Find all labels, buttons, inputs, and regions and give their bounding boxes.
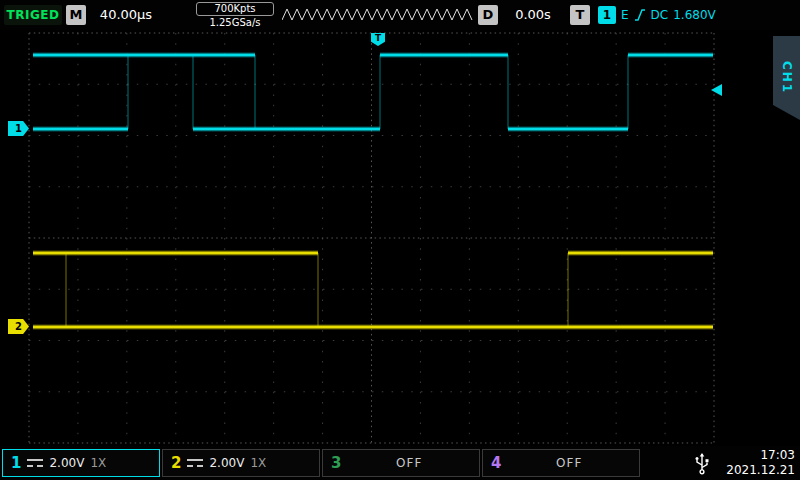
channel-2-box[interactable]: 2 2.00V 1X bbox=[162, 449, 320, 477]
delay-menu-button[interactable]: D bbox=[478, 5, 498, 25]
graticule-and-traces bbox=[0, 0, 800, 480]
trigger-source-badge: 1 bbox=[598, 6, 616, 24]
channel-3-box[interactable]: 3 OFF bbox=[322, 449, 480, 477]
channel-2-number: 2 bbox=[171, 454, 181, 472]
sample-rate: 1.25GSa/s bbox=[196, 16, 274, 30]
date-value: 2021.12.21 bbox=[726, 463, 795, 478]
time-value: 17:03 bbox=[726, 448, 795, 463]
trigger-edge-label: E bbox=[621, 8, 629, 22]
memory-depth: 700Kpts bbox=[196, 2, 274, 16]
channel-4-box[interactable]: 4 OFF bbox=[482, 449, 640, 477]
clock: 17:03 2021.12.21 bbox=[726, 448, 795, 478]
trigger-menu-button[interactable]: T bbox=[570, 5, 590, 25]
oscilloscope-screen: TRIGED M 40.00µs 700Kpts 1.25GSa/s D 0.0… bbox=[0, 0, 800, 480]
usb-icon bbox=[694, 451, 710, 475]
trigger-position-marker[interactable]: T bbox=[371, 33, 385, 46]
timebase-value: 40.00µs bbox=[88, 5, 164, 25]
trigger-settings-chip[interactable]: 1 E DC 1.680V bbox=[598, 5, 716, 25]
ch2-level-marker[interactable]: 2 bbox=[8, 319, 29, 334]
trigger-coupling: DC bbox=[651, 8, 669, 22]
acquisition-info: 700Kpts 1.25GSa/s bbox=[196, 2, 274, 30]
channel-3-number: 3 bbox=[331, 454, 341, 472]
delay-value: 0.00s bbox=[500, 5, 566, 25]
channel-1-probe: 1X bbox=[90, 456, 106, 470]
channel-1-number: 1 bbox=[11, 454, 21, 472]
trigger-status: TRIGED bbox=[4, 5, 62, 25]
dc-coupling-icon bbox=[187, 458, 203, 468]
channel-1-box[interactable]: 1 2.00V 1X bbox=[2, 449, 160, 477]
trigger-level-arrow[interactable] bbox=[711, 84, 722, 96]
dc-coupling-icon bbox=[27, 458, 43, 468]
timebase-menu-button[interactable]: M bbox=[66, 5, 86, 25]
channel-2-scale: 2.00V bbox=[209, 456, 244, 470]
channel-2-probe: 1X bbox=[250, 456, 266, 470]
waveform-preview-icon bbox=[282, 7, 474, 23]
rising-edge-icon bbox=[634, 8, 646, 22]
ch1-menu-tab[interactable]: CH1 bbox=[773, 36, 800, 120]
channel-4-number: 4 bbox=[491, 454, 501, 472]
top-status-bar: TRIGED M 40.00µs 700Kpts 1.25GSa/s D 0.0… bbox=[0, 0, 800, 30]
channel-4-status: OFF bbox=[507, 456, 631, 470]
trigger-level: 1.680V bbox=[673, 8, 716, 22]
channel-1-scale: 2.00V bbox=[49, 456, 84, 470]
channel-3-status: OFF bbox=[347, 456, 471, 470]
ch1-level-marker[interactable]: 1 bbox=[8, 121, 29, 136]
bottom-status-bar: 1 2.00V 1X 2 2.00V 1X 3 OFF 4 OFF bbox=[0, 446, 800, 480]
